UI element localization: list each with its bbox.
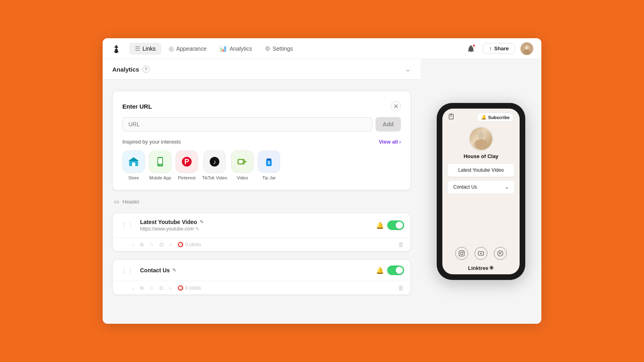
- inspired-header: Inspired by your interests View all ›: [122, 139, 401, 145]
- phone-bell-icon: 🔔: [481, 115, 487, 120]
- phone-subscribe-button[interactable]: 🔔 Subscribe: [477, 113, 514, 122]
- phone-youtube-icon[interactable]: [475, 247, 487, 260]
- phone-subscribe-label: Subscribe: [488, 115, 510, 120]
- drag-handle-contact[interactable]: ⋮⋮: [119, 267, 135, 274]
- enter-url-card: Enter URL ✕ Add Inspired by your interes…: [112, 91, 411, 190]
- link-bell-contact[interactable]: 🔔: [376, 267, 384, 274]
- nav-logo[interactable]: [111, 43, 122, 54]
- toggle-youtube[interactable]: [387, 220, 404, 230]
- dropdown-chevron-icon: ⌄: [505, 184, 509, 190]
- nav-tab-links[interactable]: ☰ Links: [129, 43, 161, 55]
- settings-icon: ⚙: [265, 45, 270, 52]
- phone-mockup: 🔔 Subscribe: [437, 103, 525, 280]
- analytics-help-icon[interactable]: ?: [142, 66, 150, 73]
- link-duplicate-icon[interactable]: ⧉: [140, 242, 144, 247]
- delete-link-contact[interactable]: 🗑: [398, 284, 404, 291]
- video-label: Video: [237, 175, 248, 180]
- mobileapp-label: Mobile App: [149, 175, 171, 180]
- content-area: Analytics ? ⌄ Enter URL ✕ Add: [103, 59, 541, 324]
- link-card-contact: ⋮⋮ Contact Us ✎ 🔔: [112, 259, 411, 295]
- add-url-button[interactable]: Add: [376, 117, 401, 132]
- link-star-icon[interactable]: ☆: [149, 242, 154, 247]
- link-contact-star-icon[interactable]: ☆: [149, 285, 154, 291]
- link-card-youtube-bottom: ↓ ⧉ ☆ ⊡ ○: [113, 237, 411, 251]
- nav-tab-settings[interactable]: ⚙ Settings: [259, 43, 299, 55]
- store-label: Store: [128, 175, 139, 180]
- user-avatar[interactable]: [520, 42, 533, 55]
- url-input[interactable]: [122, 117, 372, 132]
- drag-handle-youtube[interactable]: ⋮⋮: [119, 222, 135, 229]
- enter-url-header: Enter URL ✕: [122, 101, 401, 111]
- nav-tab-analytics[interactable]: 📊 Analytics: [214, 43, 258, 55]
- link-card-youtube: ⋮⋮ Latest Youtube Video ✎ https://www.yo…: [112, 213, 411, 251]
- link-card-youtube-actions: 🔔: [376, 220, 404, 230]
- edit-icon-youtube[interactable]: ✎: [200, 219, 204, 225]
- app-icon-pinterest[interactable]: P Pinterest: [175, 150, 198, 180]
- close-button[interactable]: ✕: [390, 101, 401, 111]
- link-card-contact-title: Contact Us ✎: [140, 267, 371, 274]
- link-schedule-icon[interactable]: ↓: [132, 242, 134, 247]
- scroll-content: Enter URL ✕ Add Inspired by your interes…: [103, 80, 421, 304]
- tipjar-icon-box: $: [258, 150, 280, 173]
- phone-instagram-icon[interactable]: [455, 247, 468, 260]
- nav-tab-settings-label: Settings: [272, 45, 293, 52]
- link-more-icon[interactable]: ○: [169, 242, 172, 247]
- link-bell-youtube[interactable]: 🔔: [376, 222, 384, 229]
- main-window: ☰ Links ◎ Appearance 📊 Analytics ⚙ Setti…: [103, 38, 541, 324]
- phone-link-youtube[interactable]: Latest Youtube Video: [447, 163, 515, 177]
- top-nav: ☰ Links ◎ Appearance 📊 Analytics ⚙ Setti…: [103, 38, 541, 59]
- links-icon: ☰: [135, 45, 140, 52]
- svg-text:P: P: [184, 158, 189, 166]
- svg-rect-27: [478, 132, 484, 139]
- toggle-contact[interactable]: [387, 265, 404, 275]
- tiktok-icon-box: ♪: [203, 150, 226, 173]
- tiktok-label: TikTok Video: [202, 175, 227, 180]
- app-icon-tiktok[interactable]: ♪ TikTok Video: [202, 150, 227, 180]
- link-contact-more-icon[interactable]: ○: [169, 285, 172, 291]
- link-contact-copy-icon[interactable]: ⊡: [159, 285, 163, 291]
- svg-point-29: [460, 252, 463, 255]
- svg-rect-28: [459, 251, 464, 256]
- link-card-contact-actions: 🔔: [376, 265, 404, 275]
- phone-pinterest-icon[interactable]: P: [494, 247, 507, 260]
- svg-point-11: [160, 165, 161, 165]
- video-icon-box: [231, 150, 254, 173]
- header-section-label: Header: [122, 199, 140, 205]
- delete-link-youtube[interactable]: 🗑: [398, 241, 404, 248]
- share-button[interactable]: ↑ Share: [483, 43, 515, 54]
- phone-link-contact[interactable]: Contact Us ⌄: [447, 180, 515, 194]
- chevron-right-icon: ›: [399, 139, 401, 145]
- link-contact-duplicate-icon[interactable]: ⧉: [140, 285, 144, 291]
- nav-tab-appearance[interactable]: ◎ Appearance: [163, 43, 213, 55]
- pinterest-icon-box: P: [175, 150, 198, 173]
- edit-icon-contact[interactable]: ✎: [172, 267, 176, 273]
- link-contact-schedule-icon[interactable]: ↓: [132, 285, 134, 291]
- right-panel: 🔔 Subscribe: [421, 59, 541, 324]
- svg-marker-17: [245, 160, 247, 163]
- link-card-youtube-main: ⋮⋮ Latest Youtube Video ✎ https://www.yo…: [113, 213, 411, 237]
- linktree-star-icon: ✳: [489, 265, 494, 271]
- phone-share-icon: [448, 113, 454, 121]
- mobileapp-icon-box: [149, 150, 171, 173]
- link-card-contact-content: Contact Us ✎: [140, 267, 371, 274]
- svg-rect-8: [132, 162, 135, 166]
- phone-footer: Linktree ✳: [442, 261, 520, 274]
- app-icon-store[interactable]: Store: [122, 150, 145, 180]
- app-icon-tipjar[interactable]: $ Tip Jar: [258, 150, 280, 180]
- edit-url-icon-youtube[interactable]: ✎: [195, 226, 199, 232]
- notification-bell[interactable]: [464, 42, 477, 55]
- phone-social-icons: P: [442, 244, 520, 261]
- link-copy-icon[interactable]: ⊡: [159, 242, 163, 247]
- analytics-chevron[interactable]: ⌄: [405, 65, 411, 74]
- view-all-link[interactable]: View all ›: [379, 139, 401, 145]
- svg-point-4: [525, 45, 529, 50]
- notification-dot: [473, 44, 475, 47]
- tipjar-label: Tip Jar: [262, 175, 276, 180]
- app-icon-mobileapp[interactable]: Mobile App: [149, 150, 171, 180]
- app-icon-video[interactable]: Video: [231, 150, 254, 180]
- phone-footer-label: Linktree: [468, 265, 489, 271]
- svg-rect-10: [158, 158, 162, 164]
- svg-text:P: P: [499, 251, 502, 255]
- phone-contact-label: Contact Us: [453, 184, 477, 190]
- inspired-title: Inspired by your interests: [122, 139, 181, 145]
